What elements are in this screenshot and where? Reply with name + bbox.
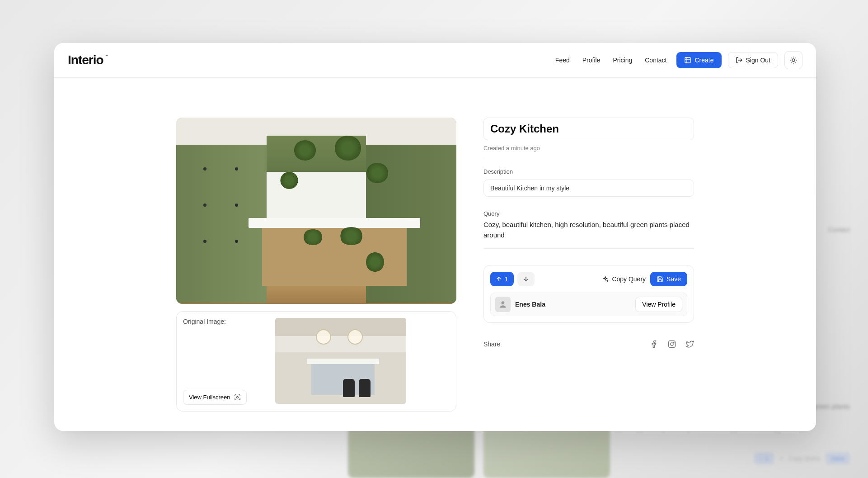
svg-line-9: [791, 62, 792, 62]
right-column: Cozy Kitchen Created a minute ago Descri…: [483, 118, 694, 413]
create-icon: [684, 57, 691, 64]
svg-point-2: [792, 59, 795, 62]
bg-save-chip: Save: [826, 452, 850, 464]
left-column: Original Image: View Fullscreen: [176, 118, 456, 413]
header: Interio Feed Profile Pricing Contact Cre…: [54, 43, 816, 78]
svg-line-10: [795, 58, 796, 58]
description-label: Description: [483, 168, 694, 175]
title-input[interactable]: Cozy Kitchen: [483, 118, 694, 140]
bg-up-icon: ↑: [760, 455, 763, 462]
share-row: Share: [483, 340, 694, 348]
nav-feed[interactable]: Feed: [555, 57, 570, 64]
query-label: Query: [483, 210, 694, 217]
svg-line-5: [791, 58, 792, 58]
nav-contact[interactable]: Contact: [645, 57, 666, 64]
fullscreen-icon: [234, 394, 241, 401]
view-profile-button[interactable]: View Profile: [635, 297, 682, 312]
svg-point-17: [673, 342, 674, 343]
save-label: Save: [666, 275, 681, 283]
share-label: Share: [483, 341, 500, 348]
bg-nav-contact: Contact: [828, 226, 850, 233]
bg-upvote-chip: ↑ 1: [754, 452, 774, 464]
bg-query-snippet: green plants: [812, 402, 850, 410]
view-fullscreen-button[interactable]: View Fullscreen: [183, 390, 247, 405]
save-button[interactable]: Save: [650, 272, 687, 286]
logo[interactable]: Interio: [68, 53, 103, 67]
upvote-button[interactable]: 1: [490, 272, 514, 286]
copy-query-button[interactable]: Copy Query: [602, 275, 646, 283]
query-text: Cozy, beautiful kitchen, high resolution…: [483, 220, 694, 249]
nav-links: Feed Profile Pricing Contact: [555, 57, 667, 64]
user-info: Enes Bala: [495, 297, 545, 312]
svg-rect-15: [669, 341, 676, 348]
create-label: Create: [694, 57, 713, 64]
generated-image[interactable]: [176, 118, 456, 304]
content: Original Image: View Fullscreen: [54, 78, 816, 431]
downvote-button[interactable]: [517, 272, 535, 286]
sparkle-icon: [602, 276, 609, 283]
arrow-up-icon: [496, 276, 502, 282]
user-row: Enes Bala View Profile: [490, 293, 687, 316]
bg-save-label: Save: [831, 455, 845, 462]
nav: Feed Profile Pricing Contact Create Sign…: [555, 51, 802, 69]
signout-icon: [736, 57, 743, 64]
svg-point-16: [671, 343, 673, 345]
action-row: 1 Copy Query: [490, 272, 687, 286]
bg-count: 1: [765, 455, 768, 462]
instagram-icon[interactable]: [668, 340, 676, 348]
action-right: Copy Query Save: [602, 272, 687, 286]
facebook-icon[interactable]: [650, 340, 658, 348]
twitter-icon[interactable]: [686, 340, 694, 348]
nav-profile[interactable]: Profile: [582, 57, 601, 64]
view-fullscreen-label: View Fullscreen: [189, 394, 230, 401]
action-card: 1 Copy Query: [483, 265, 694, 323]
upvote-count: 1: [505, 275, 508, 283]
sun-icon: [789, 56, 798, 64]
timestamp: Created a minute ago: [483, 145, 694, 158]
copy-query-label: Copy Query: [612, 275, 646, 283]
svg-point-11: [236, 397, 238, 398]
modal: Interio Feed Profile Pricing Contact Cre…: [54, 43, 816, 431]
arrow-down-icon: [523, 276, 529, 282]
description-input[interactable]: Beautiful Kitchen in my style: [483, 180, 694, 197]
bg-plus: +: [779, 454, 784, 463]
svg-point-14: [502, 301, 505, 304]
original-image-thumbnail[interactable]: [275, 318, 406, 404]
theme-toggle-button[interactable]: [784, 51, 802, 69]
signout-button[interactable]: Sign Out: [728, 52, 778, 68]
create-button[interactable]: Create: [676, 52, 721, 68]
svg-rect-0: [685, 57, 690, 63]
kitchen-illustration: [176, 118, 456, 304]
original-image-card: Original Image: View Fullscreen: [176, 311, 456, 412]
svg-line-6: [795, 62, 796, 62]
share-icons: [650, 340, 694, 348]
bg-copy: Copy Query: [789, 455, 820, 462]
user-name: Enes Bala: [515, 301, 545, 308]
signout-label: Sign Out: [746, 57, 770, 64]
avatar: [495, 297, 511, 312]
save-icon: [657, 276, 663, 283]
nav-pricing[interactable]: Pricing: [613, 57, 632, 64]
vote-group: 1: [490, 272, 535, 286]
